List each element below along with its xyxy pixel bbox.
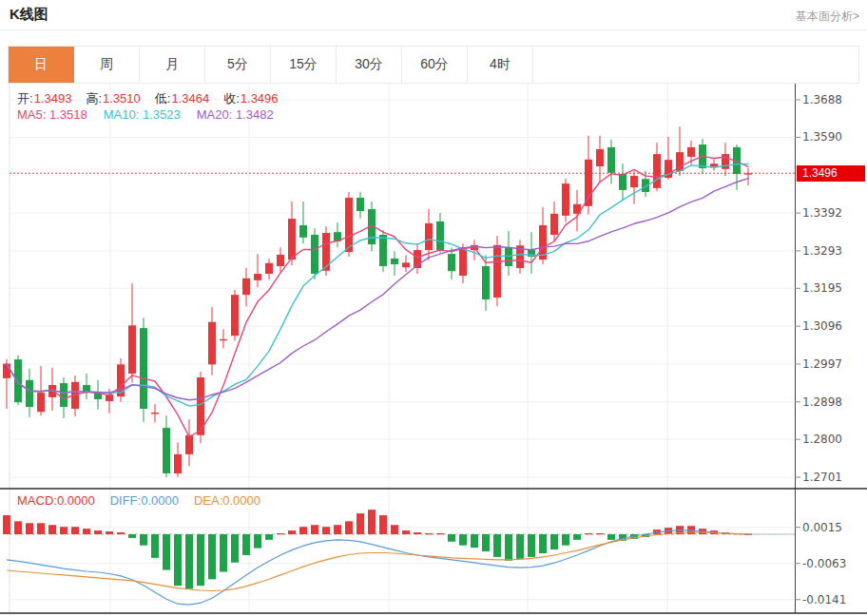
ma5-value: MA5: 1.3518 [17,107,87,122]
svg-text:1.2997: 1.2997 [802,357,842,371]
svg-text:1.3392: 1.3392 [802,206,842,220]
high-value: 高:1.3510 [86,90,140,107]
ma-legend: MA5: 1.3518 MA10: 1.3523 MA20: 1.3482 [17,107,274,122]
svg-text:1.2800: 1.2800 [802,433,842,446]
svg-text:1.3096: 1.3096 [802,319,842,333]
macd-value: MACD:0.0000 [17,493,95,508]
ma10-value: MA10: 1.3523 [104,107,181,122]
svg-text:1.2701: 1.2701 [802,471,842,484]
svg-text:1.2898: 1.2898 [802,395,842,409]
kline-page: K线图 基本面分析> 日 周 月 5分 15分 30分 60分 4时 1.368… [0,0,867,616]
dea-value: DEA:0.0000 [194,493,260,508]
svg-text:1.3590: 1.3590 [802,130,842,144]
open-value: 开:1.3493 [17,90,71,107]
low-value: 低:1.3464 [155,90,209,107]
ohlc-legend: 开:1.3493 高:1.3510 低:1.3464 收:1.3496 [17,90,279,107]
svg-text:-0.0141: -0.0141 [802,593,846,606]
svg-text:1.3688: 1.3688 [802,93,842,106]
svg-text:0.0015: 0.0015 [802,521,842,534]
svg-text:1.3195: 1.3195 [802,281,842,295]
ma20-value: MA20: 1.3482 [197,107,274,122]
current-price-tag: 1.3496 [797,165,865,182]
svg-text:1.3293: 1.3293 [802,244,842,258]
diff-value: DIFF:0.0000 [110,493,179,508]
svg-text:-0.0063: -0.0063 [802,557,846,570]
close-value: 收:1.3496 [223,90,278,107]
macd-legend: MACD:0.0000 DIFF:0.0000 DEA:0.0000 [17,493,260,508]
